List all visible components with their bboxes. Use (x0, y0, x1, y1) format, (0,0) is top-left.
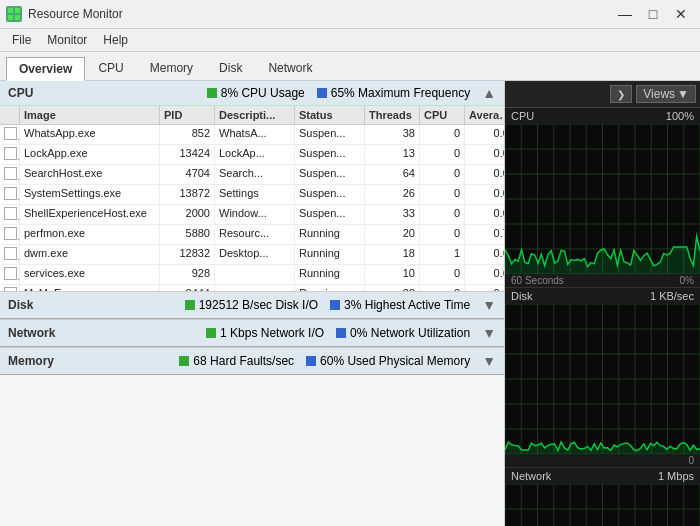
disk-dot1 (185, 300, 195, 310)
memory-stat1-value: 68 Hard Faults/sec (193, 354, 294, 368)
memory-stats: 68 Hard Faults/sec 60% Used Physical Mem… (179, 353, 496, 369)
row-pid: 12832 (160, 245, 215, 264)
window-title: Resource Monitor (28, 7, 123, 21)
row-checkbox[interactable] (0, 225, 20, 244)
svg-rect-3 (15, 15, 20, 20)
row-image: services.exe (20, 265, 160, 284)
network-graph-label-bar: Network 1 Mbps (505, 468, 700, 484)
row-pid: 5880 (160, 225, 215, 244)
minimize-button[interactable]: — (612, 4, 638, 24)
network-graph-section: Network 1 Mbps 0 (505, 468, 700, 526)
process-table-scroll[interactable]: Image PID Descripti... Status Threads CP… (0, 106, 504, 291)
table-row[interactable]: services.exe 928 Running 10 0 0.63 (0, 265, 504, 285)
col-pid[interactable]: PID (160, 106, 215, 124)
cpu-time-label: 60 Seconds (511, 275, 564, 286)
network-section-header[interactable]: Network 1 Kbps Network I/O 0% Network Ut… (0, 319, 504, 347)
table-row[interactable]: WhatsApp.exe 852 WhatsA... Suspen... 38 … (0, 125, 504, 145)
disk-chevron: ▼ (482, 297, 496, 313)
network-graph-value: 1 Mbps (658, 470, 694, 482)
row-cpu: 0 (420, 125, 465, 144)
disk-canvas (505, 304, 700, 454)
col-desc[interactable]: Descripti... (215, 106, 295, 124)
table-row[interactable]: LockApp.exe 13424 LockAp... Suspen... 13… (0, 145, 504, 165)
cpu-chevron: ▲ (482, 85, 496, 101)
nav-forward-button[interactable]: ❯ (610, 85, 632, 103)
memory-stat2: 60% Used Physical Memory (306, 354, 470, 368)
title-bar: Resource Monitor — □ ✕ (0, 0, 700, 29)
disk-graph-label: Disk (511, 290, 532, 302)
menu-help[interactable]: Help (95, 31, 136, 49)
table-row[interactable]: perfmon.exe 5880 Resourc... Running 20 0… (0, 225, 504, 245)
cpu-stat-usage: 8% CPU Usage (207, 86, 305, 100)
row-cpu: 0 (420, 165, 465, 184)
table-row[interactable]: ShellExperienceHost.exe 2000 Window... S… (0, 205, 504, 225)
col-threads[interactable]: Threads (365, 106, 420, 124)
row-threads: 26 (365, 185, 420, 204)
row-desc: Resourc... (215, 225, 295, 244)
disk-pct-label: 0 (688, 455, 694, 466)
row-image: perfmon.exe (20, 225, 160, 244)
row-image: SystemSettings.exe (20, 185, 160, 204)
network-stats: 1 Kbps Network I/O 0% Network Utilizatio… (206, 325, 496, 341)
row-threads: 10 (365, 265, 420, 284)
row-threads: 20 (365, 225, 420, 244)
col-cpu[interactable]: CPU (420, 106, 465, 124)
views-label: Views (643, 87, 675, 101)
network-chevron: ▼ (482, 325, 496, 341)
row-status: Running (295, 265, 365, 284)
network-stat2: 0% Network Utilization (336, 326, 470, 340)
empty-area (0, 375, 504, 526)
memory-section-header[interactable]: Memory 68 Hard Faults/sec 60% Used Physi… (0, 347, 504, 375)
menu-bar: File Monitor Help (0, 29, 700, 52)
row-desc: Desktop... (215, 245, 295, 264)
row-checkbox[interactable] (0, 245, 20, 264)
row-desc: Search... (215, 165, 295, 184)
network-stat1-value: 1 Kbps Network I/O (220, 326, 324, 340)
cpu-section-header[interactable]: CPU 8% CPU Usage 65% Maximum Frequency ▲ (0, 81, 504, 106)
disk-graph-section: Disk 1 KB/sec 0 (505, 288, 700, 468)
network-canvas (505, 484, 700, 526)
row-checkbox[interactable] (0, 145, 20, 164)
memory-stat1: 68 Hard Faults/sec (179, 354, 294, 368)
cpu-graph-value: 100% (666, 110, 694, 122)
row-threads: 18 (365, 245, 420, 264)
views-button[interactable]: Views ▼ (636, 85, 696, 103)
menu-file[interactable]: File (4, 31, 39, 49)
row-checkbox[interactable] (0, 265, 20, 284)
tab-memory[interactable]: Memory (137, 56, 206, 80)
process-table-body: WhatsApp.exe 852 WhatsA... Suspen... 38 … (0, 125, 504, 291)
row-avg: 0.65 (465, 245, 504, 264)
menu-monitor[interactable]: Monitor (39, 31, 95, 49)
col-avg[interactable]: Averag... (465, 106, 504, 124)
maximize-button[interactable]: □ (640, 4, 666, 24)
tab-overview[interactable]: Overview (6, 57, 85, 81)
row-checkbox[interactable] (0, 185, 20, 204)
close-button[interactable]: ✕ (668, 4, 694, 24)
row-image: SearchHost.exe (20, 165, 160, 184)
cpu-graph-label-bar: CPU 100% (505, 108, 700, 124)
disk-section-header[interactable]: Disk 192512 B/sec Disk I/O 3% Highest Ac… (0, 291, 504, 319)
disk-graph (505, 304, 700, 454)
col-status[interactable]: Status (295, 106, 365, 124)
row-checkbox[interactable] (0, 165, 20, 184)
tab-disk[interactable]: Disk (206, 56, 255, 80)
memory-title: Memory (8, 354, 54, 368)
tab-cpu[interactable]: CPU (85, 56, 136, 80)
row-status: Running (295, 225, 365, 244)
table-row[interactable]: dwm.exe 12832 Desktop... Running 18 1 0.… (0, 245, 504, 265)
row-checkbox[interactable] (0, 205, 20, 224)
tab-network[interactable]: Network (255, 56, 325, 80)
window-controls: — □ ✕ (612, 4, 694, 24)
cpu-graph-bottom: 60 Seconds 0% (505, 274, 700, 287)
row-status: Suspen... (295, 165, 365, 184)
table-header: Image PID Descripti... Status Threads CP… (0, 106, 504, 125)
row-checkbox[interactable] (0, 125, 20, 144)
row-pid: 13424 (160, 145, 215, 164)
table-row[interactable]: SearchHost.exe 4704 Search... Suspen... … (0, 165, 504, 185)
table-row[interactable]: SystemSettings.exe 13872 Settings Suspen… (0, 185, 504, 205)
disk-stat1: 192512 B/sec Disk I/O (185, 298, 318, 312)
network-title: Network (8, 326, 55, 340)
col-checkbox[interactable] (0, 106, 20, 124)
main-content: CPU 8% CPU Usage 65% Maximum Frequency ▲… (0, 81, 700, 526)
col-image[interactable]: Image (20, 106, 160, 124)
